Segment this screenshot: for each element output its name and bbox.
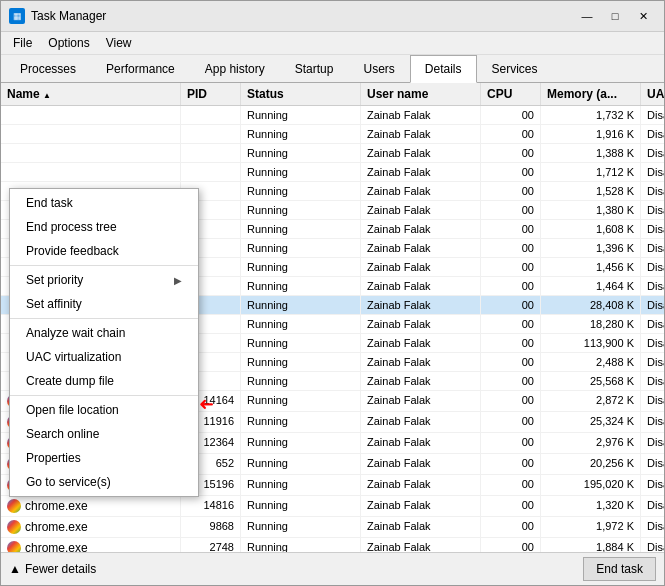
table-row[interactable]: Running Zainab Falak 00 1,388 K Disabled: [1, 144, 664, 163]
table-row[interactable]: Running Zainab Falak 00 1,732 K Disabled: [1, 106, 664, 125]
tab-startup[interactable]: Startup: [280, 55, 349, 83]
minimize-button[interactable]: —: [574, 7, 600, 25]
ctx-label: Create dump file: [26, 374, 114, 388]
tab-app-history[interactable]: App history: [190, 55, 280, 83]
cell-user: Zainab Falak: [361, 277, 481, 295]
close-button[interactable]: ✕: [630, 7, 656, 25]
cell-uac: Disabled: [641, 391, 664, 411]
cell-name: chrome.exe: [1, 496, 181, 516]
col-name[interactable]: Name ▲: [1, 83, 181, 105]
cell-memory: 25,324 K: [541, 412, 641, 432]
cell-cpu: 00: [481, 144, 541, 162]
col-username[interactable]: User name: [361, 83, 481, 105]
table-row[interactable]: chrome.exe 2748 Running Zainab Falak 00 …: [1, 538, 664, 552]
cell-cpu: 00: [481, 496, 541, 516]
title-controls: — □ ✕: [574, 7, 656, 25]
cell-memory: 1,396 K: [541, 239, 641, 257]
tab-users[interactable]: Users: [348, 55, 409, 83]
cell-uac: Disabled: [641, 163, 664, 181]
col-uac[interactable]: UAC virtualiza...: [641, 83, 664, 105]
col-cpu[interactable]: CPU: [481, 83, 541, 105]
cell-pid: 2748: [181, 538, 241, 552]
context-menu-item[interactable]: Analyze wait chain: [10, 321, 198, 345]
cell-user: Zainab Falak: [361, 239, 481, 257]
cell-cpu: 00: [481, 277, 541, 295]
ctx-label: Open file location: [26, 403, 119, 417]
cell-memory: 1,712 K: [541, 163, 641, 181]
cell-status: Running: [241, 391, 361, 411]
cell-status: Running: [241, 372, 361, 390]
context-menu-item[interactable]: Provide feedback: [10, 239, 198, 263]
cell-cpu: 00: [481, 239, 541, 257]
cell-user: Zainab Falak: [361, 454, 481, 474]
ctx-label: Set priority: [26, 273, 83, 287]
col-pid[interactable]: PID: [181, 83, 241, 105]
col-memory[interactable]: Memory (a...: [541, 83, 641, 105]
cell-uac: Disabled: [641, 201, 664, 219]
cell-cpu: 00: [481, 334, 541, 352]
chevron-down-icon: ▲: [9, 562, 21, 576]
fewer-details-button[interactable]: ▲ Fewer details: [9, 562, 96, 576]
tab-performance[interactable]: Performance: [91, 55, 190, 83]
context-menu-item[interactable]: Set affinity: [10, 292, 198, 316]
cell-user: Zainab Falak: [361, 353, 481, 371]
cell-status: Running: [241, 538, 361, 552]
cell-uac: Disabled: [641, 517, 664, 537]
menu-file[interactable]: File: [5, 34, 40, 52]
context-menu-item[interactable]: Go to service(s): [10, 470, 198, 494]
cell-memory: 1,456 K: [541, 258, 641, 276]
cell-cpu: 00: [481, 220, 541, 238]
task-manager-window: ▦ Task Manager — □ ✕ File Options View P…: [0, 0, 665, 586]
cell-cpu: 00: [481, 538, 541, 552]
cell-user: Zainab Falak: [361, 334, 481, 352]
cell-cpu: 00: [481, 454, 541, 474]
tabs: Processes Performance App history Startu…: [1, 55, 664, 83]
cell-cpu: 00: [481, 106, 541, 124]
menu-options[interactable]: Options: [40, 34, 97, 52]
table-row[interactable]: chrome.exe 14816 Running Zainab Falak 00…: [1, 496, 664, 517]
context-menu-item[interactable]: End task: [10, 191, 198, 215]
cell-status: Running: [241, 454, 361, 474]
tab-services[interactable]: Services: [477, 55, 553, 83]
cell-status: Running: [241, 315, 361, 333]
table-row[interactable]: Running Zainab Falak 00 1,712 K Disabled: [1, 163, 664, 182]
context-menu-item[interactable]: Open file location: [10, 398, 198, 422]
table-row[interactable]: chrome.exe 9868 Running Zainab Falak 00 …: [1, 517, 664, 538]
cell-memory: 1,608 K: [541, 220, 641, 238]
cell-cpu: 00: [481, 433, 541, 453]
cell-name: chrome.exe: [1, 517, 181, 537]
ctx-label: UAC virtualization: [26, 350, 121, 364]
cell-memory: 2,976 K: [541, 433, 641, 453]
cell-memory: 195,020 K: [541, 475, 641, 495]
cell-status: Running: [241, 496, 361, 516]
ctx-label: Go to service(s): [26, 475, 111, 489]
menu-view[interactable]: View: [98, 34, 140, 52]
cell-uac: Disabled: [641, 315, 664, 333]
cell-uac: Disabled: [641, 182, 664, 200]
cell-user: Zainab Falak: [361, 475, 481, 495]
context-menu-item[interactable]: UAC virtualization: [10, 345, 198, 369]
end-task-button[interactable]: End task: [583, 557, 656, 581]
context-menu-item[interactable]: End process tree: [10, 215, 198, 239]
ctx-separator: [10, 395, 198, 396]
tab-details[interactable]: Details: [410, 55, 477, 83]
cell-status: Running: [241, 239, 361, 257]
tab-processes[interactable]: Processes: [5, 55, 91, 83]
table-row[interactable]: Running Zainab Falak 00 1,916 K Disabled: [1, 125, 664, 144]
cell-user: Zainab Falak: [361, 372, 481, 390]
cell-memory: 1,916 K: [541, 125, 641, 143]
context-menu-item[interactable]: Search online: [10, 422, 198, 446]
context-menu-item[interactable]: Create dump file: [10, 369, 198, 393]
context-menu-item[interactable]: Properties: [10, 446, 198, 470]
col-status[interactable]: Status: [241, 83, 361, 105]
ctx-label: Set affinity: [26, 297, 82, 311]
cell-uac: Disabled: [641, 538, 664, 552]
maximize-button[interactable]: □: [602, 7, 628, 25]
cell-pid: [181, 106, 241, 124]
cell-memory: 1,884 K: [541, 538, 641, 552]
context-menu-item[interactable]: Set priority▶: [10, 268, 198, 292]
menu-bar: File Options View: [1, 32, 664, 55]
cell-user: Zainab Falak: [361, 315, 481, 333]
cell-cpu: 00: [481, 182, 541, 200]
cell-user: Zainab Falak: [361, 496, 481, 516]
